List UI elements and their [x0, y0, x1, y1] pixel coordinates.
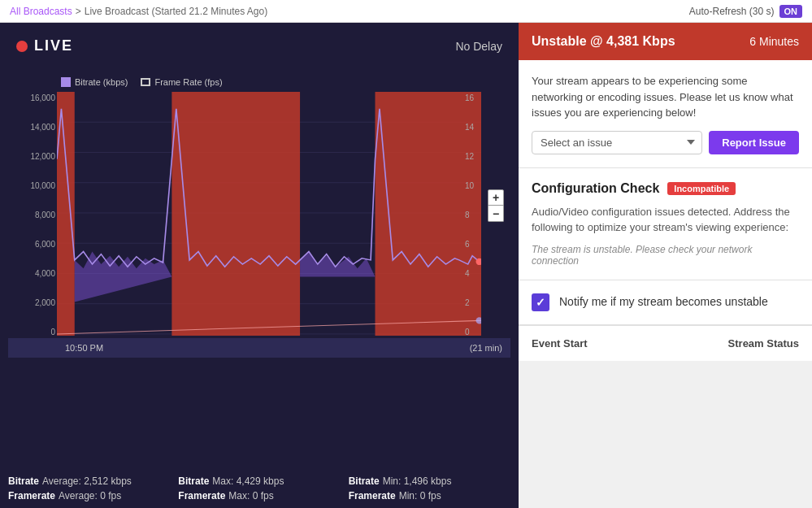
config-header: Configuration Check Incompatible: [532, 181, 799, 196]
y-label-8: 0: [8, 328, 55, 336]
y-right-7: 2: [465, 298, 481, 307]
y-right-5: 6: [465, 240, 481, 249]
zoom-in-button[interactable]: +: [488, 189, 504, 206]
live-header: LIVE No Delay: [0, 23, 519, 69]
legend-bitrate-label: Bitrate (kbps): [75, 77, 128, 87]
stat-framerate-avg: Framerate Average: 0 fps: [8, 490, 170, 501]
y-axis-right: 16 14 12 10 8 6 4 2 0: [465, 92, 481, 338]
notify-card: ✓ Notify me if my stream becomes unstabl…: [519, 280, 812, 325]
issue-select[interactable]: Select an issue Networking Issues Encodi…: [532, 131, 702, 154]
top-nav: All Broadcasts > Live Broadcast (Started…: [0, 0, 812, 23]
stat-bitrate-max-label: Bitrate: [178, 475, 209, 487]
stat-framerate-max: Framerate Max: 0 fps: [178, 490, 340, 501]
issue-description: Your stream appears to be experiencing s…: [532, 73, 799, 121]
chart-legend: Bitrate (kbps) Frame Rate (fps): [8, 77, 510, 87]
stats-row: Bitrate Average: 2,512 kbps Bitrate Max:…: [0, 469, 519, 508]
y-right-2: 12: [465, 152, 481, 161]
breadcrumb: All Broadcasts > Live Broadcast (Started…: [10, 6, 267, 17]
svg-rect-11: [172, 92, 300, 336]
stats-grid: Bitrate Average: 2,512 kbps Bitrate Max:…: [8, 475, 510, 501]
time-axis-bar: 10:50 PM (21 min): [8, 338, 510, 358]
chart-svg: [57, 92, 481, 336]
stat-framerate-min-label: Framerate: [349, 490, 396, 501]
main-container: LIVE No Delay Bitrate (kbps) Frame Rate …: [0, 23, 812, 508]
report-issue-button[interactable]: Report Issue: [709, 131, 799, 154]
delay-label: No Delay: [455, 40, 502, 53]
legend-bitrate: Bitrate (kbps): [61, 77, 128, 87]
legend-bitrate-color: [61, 77, 71, 87]
auto-refresh-area: Auto-Refresh (30 s) ON: [689, 5, 802, 18]
y-axis-left: 16,000 14,000 12,000 10,000 8,000 6,000 …: [8, 92, 55, 338]
time-duration-label: (21 min): [470, 343, 502, 353]
checkmark-icon: ✓: [536, 296, 545, 309]
zoom-out-button[interactable]: −: [488, 206, 504, 222]
chart-svg-area: 16,000 14,000 12,000 10,000 8,000 6,000 …: [8, 92, 510, 338]
stat-framerate-max-val: Max: 0 fps: [228, 490, 273, 501]
breadcrumb-separator: >: [76, 6, 81, 17]
chart-container: Bitrate (kbps) Frame Rate (fps) 16,000 1…: [0, 69, 519, 469]
y-right-4: 8: [465, 211, 481, 219]
event-row: Event Start Stream Status: [519, 325, 812, 361]
issue-report-card: Your stream appears to be experiencing s…: [519, 60, 812, 168]
event-start-label: Event Start: [532, 337, 588, 350]
unstable-title: Unstable @ 4,381 Kbps: [532, 34, 675, 49]
y-label-3: 10,000: [8, 181, 55, 190]
right-panel: Unstable @ 4,381 Kbps 6 Minutes Your str…: [519, 23, 812, 508]
current-page-label: Live Broadcast (Started 21.2 Minutes Ago…: [85, 6, 267, 17]
stat-bitrate-min-val: Min: 1,496 kbps: [383, 475, 452, 487]
unstable-banner: Unstable @ 4,381 Kbps 6 Minutes: [519, 23, 812, 60]
live-badge: LIVE: [16, 37, 73, 54]
stat-bitrate-avg-val: Average: 2,512 kbps: [42, 475, 132, 487]
stat-bitrate-max-val: Max: 4,429 kbps: [212, 475, 284, 487]
stat-bitrate-min: Bitrate Min: 1,496 kbps: [349, 475, 510, 487]
auto-refresh-toggle[interactable]: ON: [779, 5, 803, 18]
y-label-6: 4,000: [8, 269, 55, 278]
y-label-0: 16,000: [8, 93, 55, 102]
y-label-2: 12,000: [8, 152, 55, 161]
live-label: LIVE: [34, 37, 73, 54]
stat-bitrate-max: Bitrate Max: 4,429 kbps: [178, 475, 340, 487]
notify-checkbox[interactable]: ✓: [532, 293, 549, 311]
zoom-buttons[interactable]: + −: [488, 189, 504, 222]
config-note: The stream is unstable. Please check you…: [532, 244, 799, 267]
y-right-0: 16: [465, 93, 481, 102]
stream-status-label: Stream Status: [728, 337, 799, 350]
notify-text: Notify me if my stream becomes unstable: [559, 294, 768, 310]
legend-framerate-label: Frame Rate (fps): [154, 77, 222, 87]
y-label-7: 2,000: [8, 298, 55, 307]
legend-framerate: Frame Rate (fps): [141, 77, 222, 87]
unstable-duration: 6 Minutes: [749, 35, 799, 48]
y-label-4: 8,000: [8, 211, 55, 219]
config-check-card: Configuration Check Incompatible Audio/V…: [519, 168, 812, 280]
y-label-1: 14,000: [8, 123, 55, 132]
stat-bitrate-min-label: Bitrate: [349, 475, 380, 487]
stat-framerate-avg-val: Average: 0 fps: [59, 490, 121, 501]
left-panel: LIVE No Delay Bitrate (kbps) Frame Rate …: [0, 23, 519, 508]
stat-framerate-min-val: Min: 0 fps: [399, 490, 441, 501]
stat-framerate-max-label: Framerate: [178, 490, 225, 501]
incompatible-badge: Incompatible: [667, 182, 736, 195]
stat-framerate-min: Framerate Min: 0 fps: [349, 490, 510, 501]
config-title: Configuration Check: [532, 181, 659, 196]
y-right-8: 0: [465, 328, 481, 336]
y-right-3: 10: [465, 181, 481, 190]
stat-bitrate-avg-label: Bitrate: [8, 475, 39, 487]
y-label-5: 6,000: [8, 240, 55, 249]
legend-framerate-color: [141, 78, 150, 86]
live-indicator-dot: [16, 41, 28, 52]
y-right-1: 14: [465, 123, 481, 132]
y-right-6: 4: [465, 269, 481, 278]
stat-framerate-avg-label: Framerate: [8, 490, 55, 501]
auto-refresh-label: Auto-Refresh (30 s): [689, 6, 775, 17]
stat-bitrate-avg: Bitrate Average: 2,512 kbps: [8, 475, 170, 487]
time-start-label: 10:50 PM: [65, 343, 103, 353]
issue-row: Select an issue Networking Issues Encodi…: [532, 131, 799, 154]
all-broadcasts-link[interactable]: All Broadcasts: [10, 6, 72, 17]
config-description: Audio/Video configuration issues detecte…: [532, 204, 799, 236]
